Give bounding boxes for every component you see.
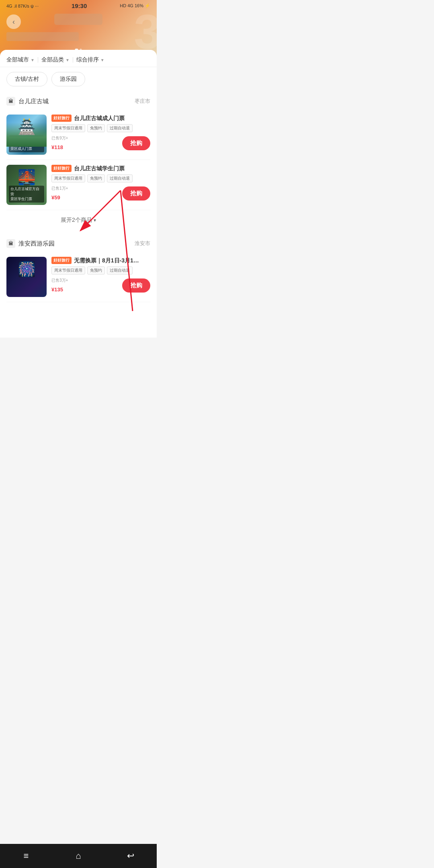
adult-img-label: 台儿庄古城官方自营 景区成人门票 [9,135,44,152]
adult-brand-badge: 好好旅行 [51,115,72,122]
tag-ancient-town-label: 古镇/古村 [15,76,39,82]
tag-ancient-town[interactable]: 古镇/古村 [6,72,47,86]
product-huainan-img [6,257,47,297]
venue-taierzhuang-city: 枣庄市 [135,98,150,105]
filter-category-label: 全部品类 [41,56,64,63]
student-price: ¥59 [51,192,60,201]
huainan-tag-0: 周末节假日通用 [51,266,85,274]
filter-sort-label: 综合排序 [76,56,99,63]
huainan-product-title: 无需换票｜8月1日-3月1… [74,257,139,264]
student-sold-count: 已售1万+ [51,186,68,191]
product-student-ticket: 台儿庄古城官方自营 景区学生门票 好好旅行 台儿庄古城学生门票 周末节假日通用 … [6,160,150,210]
product-student-img: 台儿庄古城官方自营 景区学生门票 [6,165,47,205]
student-tag-1: 免预约 [87,174,105,182]
banner-title-area [54,14,102,25]
huainan-sold-count: 已售3万+ [51,278,68,283]
filter-sort[interactable]: 综合排序 ▼ [76,56,104,63]
adult-sold-count: 已售9万+ [51,135,68,141]
student-price-wrap: 已售1万+ ¥59 [51,186,68,201]
venue-huainan-name-wrap: 🏛 淮安西游乐园 [6,239,55,248]
huainan-buy-button[interactable]: 抢购 [122,278,150,293]
venue-huainan: 🏛 淮安西游乐园 淮安市 好好旅行 无需换票｜8月1日-3月1… [0,233,157,302]
adult-tags-row: 周末节假日通用 免预约 过期自动退 [51,124,150,132]
back-button[interactable]: ‹ [6,14,21,29]
student-tags-row: 周末节假日通用 免预约 过期自动退 [51,174,150,182]
venue-taierzhuang: 🏛 台儿庄古城 枣庄市 台儿庄古城官方自营 景区成人门票 [0,91,157,230]
adult-buy-button[interactable]: 抢购 [122,136,150,150]
tag-row: 古镇/古村 游乐园 [0,67,157,91]
product-adult-img: 台儿庄古城官方自营 景区成人门票 [6,115,47,155]
adult-tag-2: 过期自动退 [107,124,133,132]
filter-divider-2 [73,57,73,63]
student-tag-2: 过期自动退 [107,174,133,182]
venue-icon: 🏛 [6,97,15,106]
huainan-price: ¥135 [51,284,63,293]
filter-category[interactable]: 全部品类 ▼ [41,56,70,63]
adult-price-wrap: 已售9万+ ¥118 [51,135,68,151]
venue-huainan-icon: 🏛 [6,239,15,248]
huainan-tag-1: 免预约 [87,266,105,274]
huainan-price-action: 已售3万+ ¥135 抢购 [51,278,150,293]
huainan-ticket-info: 好好旅行 无需换票｜8月1日-3月1… 周末节假日通用 免预约 过期自动退 已售… [51,257,150,297]
adult-ticket-info: 好好旅行 台儿庄古城成人门票 周末节假日通用 免预约 过期自动退 已售9万+ ¥… [51,115,150,155]
filter-row: 全部城市 ▼ 全部品类 ▼ 综合排序 ▼ [0,50,157,67]
student-buy-button[interactable]: 抢购 [122,186,150,201]
status-bar: 4G .il 87K/s ψ ··· 19:30 HD 4G 16% ⚡ [0,0,157,12]
adult-price: ¥118 [51,142,63,151]
filter-city-label: 全部城市 [6,56,29,63]
venue-huainan-header: 🏛 淮安西游乐园 淮安市 [6,233,150,252]
adult-product-title: 台儿庄古城成人门票 [74,115,125,122]
adult-title-row: 好好旅行 台儿庄古城成人门票 [51,115,150,122]
venue-taierzhuang-header: 🏛 台儿庄古城 枣庄市 [6,91,150,110]
huainan-tags-row: 周末节假日通用 免预约 过期自动退 [51,266,150,274]
product-huainan-ticket: 好好旅行 无需换票｜8月1日-3月1… 周末节假日通用 免预约 过期自动退 已售… [6,252,150,302]
student-img-bg: 台儿庄古城官方自营 景区学生门票 [6,165,47,205]
expand-chevron-icon: ▾ [94,217,96,223]
student-ticket-info: 好好旅行 台儿庄古城学生门票 周末节假日通用 免预约 过期自动退 已售1万+ ¥… [51,165,150,205]
filter-sort-chevron: ▼ [100,58,104,62]
filter-category-chevron: ▼ [66,58,70,62]
main-content: 全部城市 ▼ 全部品类 ▼ 综合排序 ▼ 古镇/古村 游乐园 [0,50,157,338]
expand-label: 展开2个商品 [61,217,92,224]
banner-sub-area [6,32,79,41]
huainan-price-wrap: 已售3万+ ¥135 [51,278,68,293]
expand-row[interactable]: 展开2个商品 ▾ [6,210,150,230]
huainan-tag-2: 过期自动退 [107,266,133,274]
filter-city[interactable]: 全部城市 ▼ [6,56,35,63]
tag-amusement-park-label: 游乐园 [60,76,77,82]
banner-title-placeholder [54,14,102,25]
student-price-action: 已售1万+ ¥59 抢购 [51,186,150,201]
venue-taierzhuang-name: 台儿庄古城 [18,98,49,105]
venue-name-wrap: 🏛 台儿庄古城 [6,97,49,106]
adult-price-action: 已售9万+ ¥118 抢购 [51,135,150,151]
adult-img-bg: 台儿庄古城官方自营 景区成人门票 [6,115,47,155]
huainan-title-row: 好好旅行 无需换票｜8月1日-3月1… [51,257,150,264]
student-brand-badge: 好好旅行 [51,165,72,172]
status-right: HD 4G 16% ⚡ [120,3,150,8]
product-adult-ticket: 台儿庄古城官方自营 景区成人门票 好好旅行 台儿庄古城成人门票 周末节假日通用 … [6,110,150,160]
adult-tag-1: 免预约 [87,124,105,132]
tag-amusement-park[interactable]: 游乐园 [51,72,85,86]
filter-divider-1 [38,57,38,63]
adult-tag-0: 周末节假日通用 [51,124,85,132]
student-title-row: 好好旅行 台儿庄古城学生门票 [51,165,150,172]
student-tag-0: 周末节假日通用 [51,174,85,182]
venue-huainan-name: 淮安西游乐园 [18,240,55,248]
huainan-img-bg [6,257,47,297]
student-img-label: 台儿庄古城官方自营 景区学生门票 [9,186,44,203]
student-product-title: 台儿庄古城学生门票 [74,165,125,172]
huainan-brand-badge: 好好旅行 [51,257,72,264]
status-left: 4G .il 87K/s ψ ··· [6,4,39,8]
header-banner: 4G .il 87K/s ψ ··· 19:30 HD 4G 16% ⚡ ‹ [0,0,157,56]
banner-sub-placeholder [6,32,79,41]
venue-huainan-city: 淮安市 [135,240,150,247]
status-time: 19:30 [72,2,87,9]
filter-city-chevron: ▼ [31,58,35,62]
